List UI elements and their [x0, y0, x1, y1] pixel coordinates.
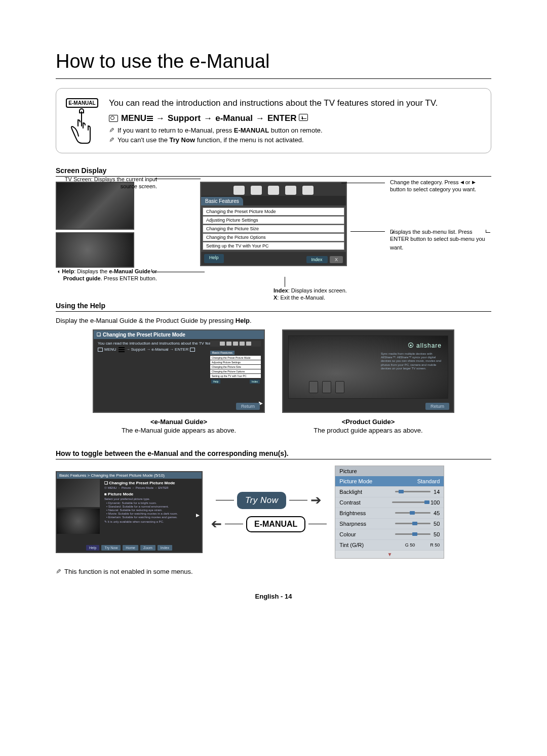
- emanual-pill: E-MANUAL: [246, 516, 305, 532]
- help-button[interactable]: Help: [204, 254, 224, 263]
- intro-note-1: If you want to return to e-Manual, press…: [109, 127, 438, 134]
- return-button[interactable]: Return: [425, 403, 449, 410]
- page-title: How to use the e-Manual: [56, 51, 491, 79]
- help-labels: <e-Manual Guide> The e-Manual guide appe…: [56, 418, 491, 434]
- try-now-pill: Try Now: [237, 492, 287, 509]
- product-guide-screenshot: allshare Sync media from multiple device…: [282, 329, 454, 413]
- submenu-item: Changing the Picture Size: [203, 225, 344, 233]
- callout-tv-screen: TV Screen: Displays the current input so…: [56, 176, 157, 190]
- submenu-item: Changing the Picture Options: [203, 233, 344, 241]
- note-icon: [109, 136, 114, 144]
- menu-row[interactable]: Picture ModeStandard: [335, 476, 444, 487]
- device-icons: [309, 381, 344, 393]
- category-icon-row: [201, 183, 346, 196]
- help-description: Display the e-Manual Guide & the Product…: [56, 317, 491, 324]
- product-guide-label: <Product Guide>: [282, 418, 454, 426]
- exit-button[interactable]: X: [330, 256, 343, 263]
- emanual-browser: Basic Features Changing the Preset Pictu…: [200, 182, 347, 266]
- emanual-remote-icon: E-MANUAL: [64, 98, 100, 146]
- nav-enter: ENTER: [267, 113, 308, 123]
- callout-help: Help: Displays the e-Manual Guide or Pro…: [56, 268, 157, 283]
- mini-browser: Basic Features Changing the Preset Pictu…: [210, 341, 261, 385]
- toggle-note: This function is not enabled in some men…: [56, 568, 491, 575]
- remote-icon: [109, 115, 118, 122]
- try-now-button[interactable]: Try Now: [101, 545, 121, 551]
- emanual-button-label: E-MANUAL: [66, 98, 98, 108]
- arrow-left-icon: ➔: [211, 516, 222, 532]
- section-screen-display: Screen Display: [56, 166, 491, 177]
- menu-row[interactable]: Contrast 100: [335, 497, 444, 508]
- index-button[interactable]: Index: [306, 256, 328, 263]
- submenu-list: Changing the Preset Picture Mode Adjusti…: [201, 205, 346, 252]
- callout-submenu: Displays the sub-menu list. Press ENTER …: [390, 228, 491, 251]
- browser-footer: Help Index X: [201, 252, 346, 265]
- intro-paragraph: You can read the introduction and instru…: [109, 98, 438, 109]
- submenu-item: Changing the Preset Picture Mode: [203, 207, 344, 216]
- allshare-logo: allshare: [408, 342, 442, 349]
- category-icon: [233, 186, 245, 195]
- category-icon: [251, 186, 262, 195]
- section-using-help: Using the Help: [56, 302, 491, 312]
- nav-path: MENU → Support → e-Manual → ENTER: [109, 113, 438, 123]
- home-button[interactable]: Home: [123, 545, 138, 551]
- picture-menu-screenshot: Picture Picture ModeStandard Backlight 1…: [335, 466, 444, 559]
- menu-row[interactable]: Brightness 45: [335, 508, 444, 519]
- menu-row[interactable]: Sharpness 50: [335, 519, 444, 529]
- menu-row[interactable]: Colour 50: [335, 529, 444, 540]
- category-icon: [302, 186, 314, 195]
- zoom-button[interactable]: Zoom: [140, 545, 155, 551]
- arrow-right-icon: ➔: [310, 492, 322, 508]
- index-button[interactable]: Index: [158, 545, 172, 551]
- submenu-item: Setting up the TV with Your PC: [203, 242, 344, 250]
- screen-display-diagram: Basic Features Changing the Preset Pictu…: [56, 182, 491, 266]
- scroll-down-icon: [335, 551, 444, 558]
- emanual-page-screenshot: Basic Features > Changing the Preset Pic…: [56, 471, 203, 553]
- note-icon: [56, 568, 61, 575]
- submenu-item: Adjusting Picture Settings: [203, 216, 344, 224]
- note-icon: [109, 127, 114, 134]
- tv-screen-thumb-2: [56, 232, 134, 268]
- intro-text: You can read the introduction and instru…: [109, 98, 438, 146]
- intro-note-2: You can't use the Try Now function, if t…: [109, 136, 438, 144]
- emanual-guide-label: <e-Manual Guide>: [93, 418, 265, 426]
- help-button[interactable]: Help: [86, 545, 99, 551]
- help-screenshots: Changing the Preset Picture Mode You can…: [56, 329, 491, 413]
- return-button[interactable]: Return: [236, 403, 260, 410]
- intro-block: E-MANUAL You can read the introduction a…: [56, 88, 491, 153]
- callout-index-exit: Index: Displays index screen. X: Exit th…: [274, 287, 375, 302]
- menu-row[interactable]: Tint (G/R) G 50 R 50: [335, 540, 444, 551]
- category-tab: Basic Features: [201, 197, 243, 205]
- category-icon: [285, 186, 296, 195]
- menu-row[interactable]: Backlight 14: [335, 487, 444, 497]
- section-toggle: How to toggle between the e-Manual and t…: [56, 449, 491, 459]
- page-footer: English - 14: [56, 593, 491, 600]
- category-icon: [268, 186, 279, 195]
- nav-menu: MENU: [121, 113, 153, 123]
- emanual-guide-screenshot: Changing the Preset Picture Mode You can…: [93, 329, 265, 413]
- callout-category: Change the category. Press or button to …: [390, 179, 491, 193]
- toggle-diagram: Basic Features > Changing the Preset Pic…: [56, 466, 491, 559]
- toggle-arrows: Try Now ➔ ➔ E-MANUAL: [211, 492, 327, 532]
